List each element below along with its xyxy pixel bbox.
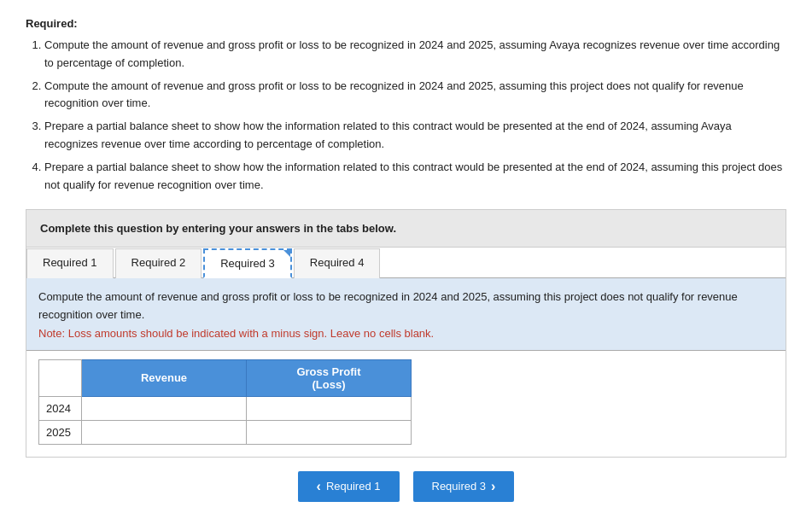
tab-required-1[interactable]: Required 1 (26, 248, 114, 278)
required-heading: Required: (26, 17, 786, 30)
data-table: Revenue Gross Profit(Loss) 2024 2025 (38, 359, 412, 445)
tab-content-area: Compute the amount of revenue and gross … (26, 278, 786, 350)
corner-indicator (283, 250, 290, 257)
col-header-empty (39, 359, 82, 396)
revenue-input-2025[interactable] (89, 424, 239, 440)
gross-profit-input-2025-cell[interactable] (247, 420, 412, 444)
list-item-1: Compute the amount of revenue and gross … (44, 37, 786, 73)
row-label-2024: 2024 (39, 396, 82, 420)
prev-button[interactable]: Required 1 (298, 471, 400, 502)
complete-box-text: Complete this question by entering your … (40, 222, 396, 235)
tab-required-3-label: Required 3 (220, 257, 275, 270)
revenue-input-2024-cell[interactable] (82, 396, 247, 420)
tab-required-1-label: Required 1 (43, 256, 97, 269)
table-row: 2024 (39, 396, 412, 420)
list-item-4: Prepare a partial balance sheet to show … (44, 159, 786, 195)
tab-required-2[interactable]: Required 2 (115, 248, 202, 278)
tabs-container: Required 1 Required 2 Required 3 Require… (26, 248, 786, 457)
tab-required-2-label: Required 2 (131, 256, 186, 269)
col-header-revenue: Revenue (82, 359, 247, 396)
required-section: Required: Compute the amount of revenue … (26, 17, 786, 194)
navigation-buttons: Required 1 Required 3 (26, 458, 786, 509)
row-label-2025: 2025 (39, 420, 82, 444)
next-button-label: Required 3 (432, 480, 487, 493)
revenue-input-2024[interactable] (89, 400, 239, 417)
requirements-list: Compute the amount of revenue and gross … (26, 37, 786, 194)
prev-button-label: Required 1 (326, 480, 381, 493)
table-header-row: Revenue Gross Profit(Loss) (39, 359, 412, 396)
revenue-input-2025-cell[interactable] (82, 420, 247, 444)
chevron-left-icon (317, 479, 321, 494)
gross-profit-input-2024-cell[interactable] (247, 396, 412, 420)
tab-description: Compute the amount of revenue and gross … (38, 289, 774, 323)
gross-profit-input-2024[interactable] (254, 400, 404, 417)
tab-required-4[interactable]: Required 4 (294, 248, 381, 278)
complete-box: Complete this question by entering your … (26, 209, 786, 248)
gross-profit-input-2025[interactable] (254, 424, 404, 440)
tab-required-4-label: Required 4 (310, 256, 365, 269)
list-item-2: Compute the amount of revenue and gross … (44, 78, 786, 114)
chevron-right-icon (491, 479, 495, 494)
next-button[interactable]: Required 3 (413, 471, 515, 502)
tab-note: Note: Loss amounts should be indicated w… (38, 327, 774, 340)
col-header-loss: (Loss) (313, 378, 346, 391)
data-table-wrapper: Revenue Gross Profit(Loss) 2024 2025 (26, 351, 786, 457)
list-item-3: Prepare a partial balance sheet to show … (44, 118, 786, 154)
tabs-row: Required 1 Required 2 Required 3 Require… (26, 248, 786, 278)
table-row: 2025 (39, 420, 412, 444)
tab-required-3[interactable]: Required 3 (203, 248, 292, 278)
col-header-gross-profit: Gross Profit(Loss) (247, 359, 412, 396)
